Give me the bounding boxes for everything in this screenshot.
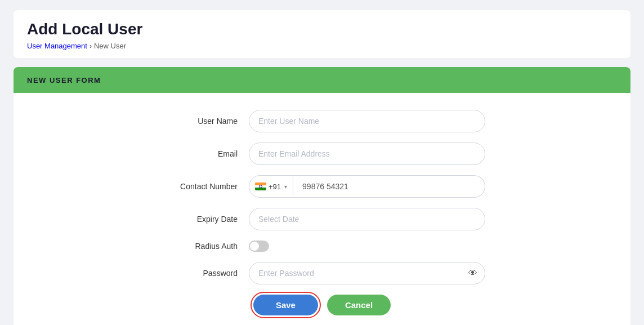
password-label: Password (159, 269, 249, 278)
save-button[interactable]: Save (253, 295, 318, 315)
breadcrumb-separator: › (90, 42, 92, 50)
card-header: NEW USER FORM (14, 67, 630, 93)
contact-label: Contact Number (159, 182, 249, 191)
username-label: User Name (159, 117, 249, 126)
breadcrumb: User Management › New User (27, 42, 617, 50)
page-wrapper: Add Local User User Management › New Use… (0, 0, 644, 325)
toggle-knob (250, 242, 259, 251)
user-form: User Name Email Contact Number (159, 110, 485, 315)
breadcrumb-parent[interactable]: User Management (27, 42, 87, 50)
chevron-down-icon: ▾ (284, 184, 287, 190)
phone-number-input[interactable] (293, 175, 485, 198)
email-row: Email (159, 143, 485, 165)
expiry-label: Expiry Date (159, 215, 249, 224)
breadcrumb-current: New User (94, 42, 126, 50)
country-code-dropdown[interactable]: +91 ▾ (249, 175, 293, 198)
page-header: Add Local User User Management › New Use… (14, 10, 630, 58)
username-row: User Name (159, 110, 485, 132)
new-user-card: NEW USER FORM User Name Email Contact Nu… (14, 67, 630, 325)
email-label: Email (159, 149, 249, 158)
expiry-row: Expiry Date (159, 208, 485, 230)
card-body: User Name Email Contact Number (14, 93, 630, 325)
cancel-button[interactable]: Cancel (327, 295, 391, 315)
password-input[interactable] (249, 262, 485, 284)
expiry-input[interactable] (249, 208, 485, 230)
page-title: Add Local User (27, 20, 617, 38)
password-row: Password 👁 (159, 262, 485, 284)
radius-auth-row: Radius Auth (159, 241, 485, 252)
radius-auth-toggle[interactable] (249, 241, 269, 252)
radius-auth-toggle-wrapper (249, 241, 269, 252)
india-flag-icon (255, 182, 266, 190)
contact-row: Contact Number +91 ▾ (159, 175, 485, 198)
email-input[interactable] (249, 143, 485, 165)
radius-auth-label: Radius Auth (159, 242, 249, 251)
country-code-text: +91 (269, 182, 281, 191)
form-actions: Save Cancel (159, 295, 485, 315)
password-wrapper: 👁 (249, 262, 485, 284)
eye-icon[interactable]: 👁 (468, 268, 477, 278)
card-header-title: NEW USER FORM (27, 76, 101, 84)
phone-wrapper: +91 ▾ (249, 175, 485, 198)
username-input[interactable] (249, 110, 485, 132)
